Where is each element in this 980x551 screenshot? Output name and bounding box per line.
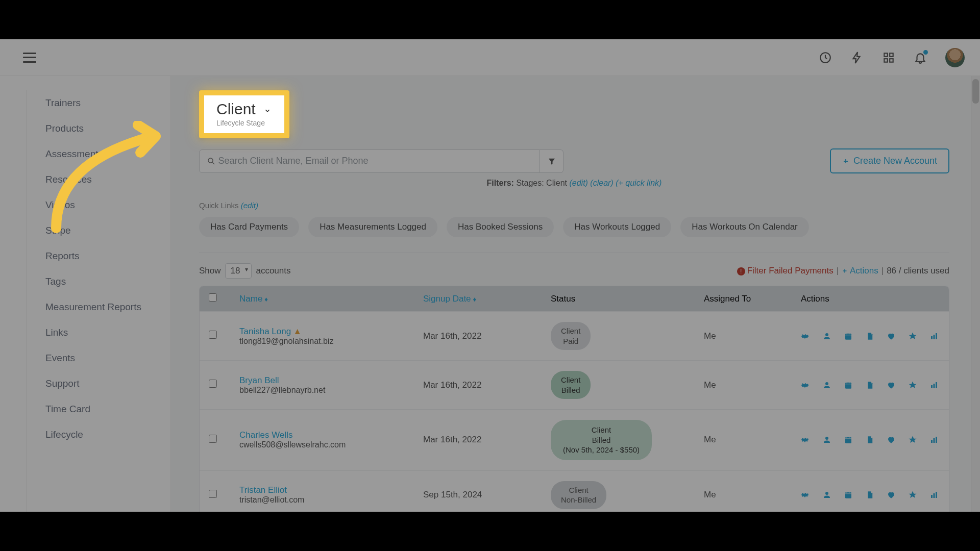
sidebar-item[interactable]: Stripe [45,218,170,243]
star-icon[interactable] [908,332,917,341]
svg-rect-23 [934,493,935,498]
chart-icon[interactable] [929,381,939,390]
search-icon [207,157,216,166]
menu-toggle-icon[interactable] [23,53,36,63]
table-row: Tanisha Long▲tlong819@gnolahsinat.bizMar… [200,311,949,360]
filters-quicklink-link[interactable]: (+ quick link) [616,179,662,187]
sidebar-item[interactable]: Assessments [45,141,170,167]
signup-date: Mar 16th, 2022 [423,380,551,390]
filter-icon [547,157,556,166]
select-all-checkbox[interactable] [209,293,217,302]
star-icon[interactable] [908,381,917,390]
quicklink-chip[interactable]: Has Workouts On Calendar [680,217,809,237]
page-size-select[interactable]: 18 [225,263,252,279]
search-box[interactable] [199,149,540,173]
star-icon[interactable] [908,435,917,444]
user-icon[interactable] [822,381,831,390]
col-status: Status [551,294,704,304]
document-icon[interactable] [865,435,874,444]
user-icon[interactable] [822,435,831,444]
row-checkbox[interactable] [209,490,217,498]
sidebar-item[interactable]: Measurement Reports [45,294,170,320]
col-name[interactable]: Name♦ [239,294,423,304]
lifecycle-stage-dropdown[interactable]: Client Lifecycle Stage [199,90,289,138]
calendar-icon[interactable] [844,332,853,341]
svg-point-5 [208,158,213,163]
sidebar-item[interactable]: Support [45,371,170,396]
chart-icon[interactable] [929,435,939,444]
sidebar-item[interactable]: Events [45,345,170,371]
sidebar-item[interactable]: Tags [45,269,170,294]
client-name-link[interactable]: Charles Wells [239,430,293,440]
sidebar-item[interactable]: Links [45,320,170,345]
calendar-icon[interactable] [844,435,853,444]
document-icon[interactable] [865,381,874,390]
star-icon[interactable] [908,490,917,499]
clients-table: Name♦ Signup Date♦ Status Assigned To Ac… [199,286,949,512]
sidebar-item[interactable]: Videos [45,192,170,218]
lightning-icon[interactable] [850,51,864,64]
sidebar-item[interactable]: Time Card [45,396,170,422]
heart-icon[interactable] [887,435,896,444]
apps-grid-icon[interactable] [882,51,895,64]
heart-icon[interactable] [887,490,896,499]
signup-date: Mar 16th, 2022 [423,331,551,341]
gear-icon[interactable] [801,381,810,390]
row-actions [801,332,949,341]
quicklink-chip[interactable]: Has Booked Sessions [447,217,554,237]
clock-icon[interactable] [819,51,832,64]
divider [199,253,949,253]
bulk-actions-link[interactable]: Actions [842,266,878,276]
sidebar-item[interactable]: Lifecycle [45,422,170,447]
svg-rect-22 [931,495,933,498]
assigned-to: Me [704,490,801,500]
calendar-icon[interactable] [844,490,853,499]
filters-clear-link[interactable]: (clear) [590,179,613,187]
heart-icon[interactable] [887,332,896,341]
document-icon[interactable] [865,332,874,341]
chart-icon[interactable] [929,332,939,341]
calendar-icon[interactable] [844,381,853,390]
create-button-label: Create New Account [853,156,937,166]
quicklink-chip[interactable]: Has Workouts Logged [563,217,671,237]
col-signup[interactable]: Signup Date♦ [423,294,551,304]
quicklinks-edit-link[interactable]: (edit) [241,201,258,210]
sidebar-item[interactable]: Trainers [45,90,170,116]
gear-icon[interactable] [801,435,810,444]
create-account-button[interactable]: Create New Account [830,148,949,173]
user-icon[interactable] [822,332,831,341]
scrollbar[interactable] [971,76,980,512]
svg-rect-4 [890,59,893,62]
warning-icon: ! [737,267,745,276]
gear-icon[interactable] [801,332,810,341]
filter-button[interactable] [540,149,564,173]
lifecycle-subtitle: Lifecycle Stage [216,119,272,127]
row-checkbox[interactable] [209,331,217,339]
row-checkbox[interactable] [209,435,217,443]
filters-edit-link[interactable]: (edit) [569,179,587,187]
quicklinks-row: Has Card PaymentsHas Measurements Logged… [199,217,949,237]
client-name-link[interactable]: Tanisha Long [239,327,291,336]
avatar[interactable] [945,48,965,67]
search-input[interactable] [218,156,532,166]
gear-icon[interactable] [801,490,810,499]
quicklink-chip[interactable]: Has Measurements Logged [308,217,437,237]
user-icon[interactable] [822,490,831,499]
heart-icon[interactable] [887,381,896,390]
client-email: tristan@elliot.com [239,495,423,505]
lifecycle-title: Client [216,101,256,117]
client-name-link[interactable]: Bryan Bell [239,375,279,385]
plus-icon [842,158,849,165]
bell-icon[interactable] [914,51,927,64]
sidebar-item[interactable]: Products [45,116,170,141]
quicklink-chip[interactable]: Has Card Payments [199,217,299,237]
row-checkbox[interactable] [209,380,217,388]
assigned-to: Me [704,331,801,341]
sidebar-item[interactable]: Resources [45,167,170,192]
status-badge: ClientPaid [551,322,591,350]
chart-icon[interactable] [929,490,939,499]
sidebar-item[interactable]: Reports [45,243,170,269]
document-icon[interactable] [865,490,874,499]
client-name-link[interactable]: Tristan Elliot [239,485,287,495]
filter-failed-payments-link[interactable]: !Filter Failed Payments [737,266,834,276]
